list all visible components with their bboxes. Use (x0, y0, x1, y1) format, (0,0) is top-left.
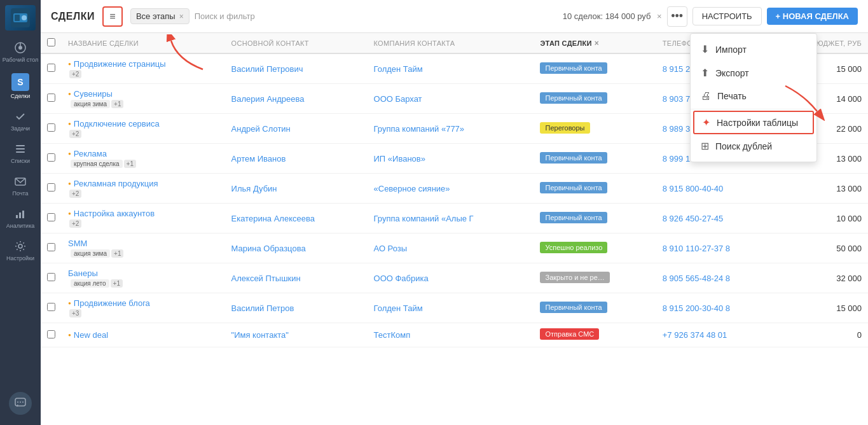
logo-image (5, 5, 36, 31)
phone-link[interactable]: 8 910 110-27-37 8 (663, 244, 730, 253)
deal-name-link[interactable]: ●Реклама (68, 149, 219, 158)
deal-tag-plus[interactable]: +2 (69, 130, 81, 138)
customize-button[interactable]: НАСТРОИТЬ (692, 7, 762, 25)
phone-link[interactable]: 8 905 565-48-24 8 (663, 274, 730, 283)
view-toggle-button[interactable]: ≡ (102, 6, 123, 27)
company-link[interactable]: ООО Фабрика (374, 274, 429, 283)
row-contact-cell: Валерия Андреева (225, 84, 368, 114)
deal-count-close[interactable]: × (657, 11, 662, 21)
dropdown-import[interactable]: ⬇ Импорт (691, 38, 816, 61)
deal-name-link[interactable]: ●Рекламная продукция (68, 179, 219, 188)
sidebar-item-analytics[interactable]: Аналитика (0, 202, 41, 234)
deal-tag-plus[interactable]: +2 (69, 70, 81, 78)
col-stage-remove[interactable]: × (595, 39, 599, 48)
sidebar-item-dashboard[interactable]: Рабочий стол (0, 36, 41, 68)
deal-dot: ● (68, 211, 71, 216)
sidebar-item-lists[interactable]: Списки (0, 137, 41, 169)
row-checkbox[interactable] (47, 183, 55, 192)
deal-dot: ● (68, 151, 71, 157)
sidebar-item-settings[interactable]: Настройки (0, 234, 41, 267)
phone-link[interactable]: +7 926 374 48 01 (663, 330, 727, 340)
row-checkbox[interactable] (47, 94, 55, 102)
deal-tag-plus[interactable]: +1 (111, 279, 123, 288)
row-checkbox[interactable] (47, 64, 55, 72)
contact-link[interactable]: Артем Иванов (231, 154, 286, 164)
deal-name-link[interactable]: ●Сувениры (68, 89, 219, 99)
company-link[interactable]: Группа компаний «777» (374, 124, 465, 134)
sidebar-item-mail[interactable]: Почта (0, 169, 41, 202)
row-checkbox[interactable] (47, 123, 55, 132)
row-checkbox-cell (41, 114, 62, 144)
row-phone-cell: 8 926 450-27-45 (656, 204, 775, 233)
company-link[interactable]: АО Розы (374, 244, 408, 253)
table-row: ●Продвижение блога+3Василий ПетровГолден… (41, 293, 868, 323)
dropdown-table-settings[interactable]: ✦ Настройки таблицы (693, 111, 814, 134)
row-checkbox[interactable] (47, 243, 55, 251)
more-button[interactable]: ••• (667, 6, 687, 27)
row-checkbox[interactable] (47, 153, 55, 162)
contact-link[interactable]: Василий Петров (231, 303, 294, 313)
contact-link[interactable]: "Имя контакта" (231, 330, 289, 340)
filter-tag-remove[interactable]: × (179, 12, 184, 21)
contact-link[interactable]: Илья Дубин (231, 184, 277, 193)
company-link[interactable]: ООО Бархат (374, 94, 422, 104)
phone-link[interactable]: 8 915 800-40-40 (663, 184, 723, 193)
row-checkbox[interactable] (47, 303, 55, 311)
row-company-cell: Голден Тайм (368, 53, 534, 84)
row-stage-cell: Первичный конта (534, 293, 656, 323)
deal-tag-plus[interactable]: +1 (111, 249, 123, 258)
phone-link[interactable]: 8 926 450-27-45 (663, 214, 723, 223)
lists-icon (13, 142, 27, 156)
row-checkbox-cell (41, 204, 62, 233)
company-link[interactable]: Группа компаний «Алые Г (374, 214, 474, 223)
deal-tag-plus[interactable]: +2 (69, 190, 81, 198)
deal-tag-plus[interactable]: +1 (111, 100, 123, 108)
dropdown-find-duplicates[interactable]: ⊞ Поиск дублей (691, 134, 816, 158)
company-link[interactable]: ТестКомп (374, 330, 411, 340)
deal-name-link[interactable]: ●Настройка аккаунтов (68, 209, 219, 218)
deal-name-text: Настройка аккаунтов (74, 209, 155, 218)
dropdown-export[interactable]: ⬆ Экспорт (691, 61, 816, 85)
select-all-header[interactable] (41, 33, 62, 53)
row-company-cell: Голден Тайм (368, 293, 534, 323)
row-name-cell: ●Продвижение страницы+2 (62, 53, 225, 84)
select-all-checkbox[interactable] (47, 38, 55, 46)
chat-button[interactable] (9, 392, 32, 415)
page-title: СДЕЛКИ (51, 11, 95, 22)
sidebar-item-deals[interactable]: S Сделки (0, 68, 41, 104)
deal-name-link[interactable]: ●Подключение сервиса (68, 119, 219, 129)
row-name-cell: ●Рекламакрупная сделка+1 (62, 144, 225, 174)
deal-name-link[interactable]: ●Продвижение блога (68, 298, 219, 308)
row-checkbox[interactable] (47, 330, 55, 338)
company-link[interactable]: Голден Тайм (374, 303, 423, 313)
filter-all-stages[interactable]: Все этапы × (130, 8, 189, 24)
company-link[interactable]: «Северное сияние» (374, 184, 450, 193)
deal-name-link[interactable]: ●New deal (68, 330, 219, 340)
search-filter-input[interactable]: Поиск и фильтр (195, 11, 255, 21)
contact-link[interactable]: Марина Образцова (231, 244, 306, 253)
sidebar-item-tasks[interactable]: Задачи (0, 104, 41, 137)
company-link[interactable]: Голден Тайм (374, 64, 423, 74)
deal-name-link[interactable]: SMM (68, 239, 219, 248)
deal-tag-plus[interactable]: +3 (69, 309, 81, 317)
new-deal-button[interactable]: + НОВАЯ СДЕЛКА (767, 8, 858, 25)
deal-name-text: Сувениры (74, 89, 113, 99)
contact-link[interactable]: Валерия Андреева (231, 94, 305, 104)
row-contact-cell: Алексей Птышкин (225, 263, 368, 293)
row-checkbox-cell (41, 53, 62, 84)
deal-tag-plus[interactable]: +2 (69, 219, 81, 228)
contact-link[interactable]: Василий Петрович (231, 64, 303, 74)
row-checkbox[interactable] (47, 213, 55, 221)
dashboard-icon (13, 41, 27, 55)
contact-link[interactable]: Алексей Птышкин (231, 274, 301, 283)
row-checkbox[interactable] (47, 273, 55, 281)
budget-value: 0 (857, 330, 862, 340)
deal-name-link[interactable]: ●Продвижение страницы (68, 59, 219, 69)
phone-link[interactable]: 8 915 200-30-40 8 (663, 303, 730, 313)
company-link[interactable]: ИП «Иванов» (374, 154, 425, 164)
deal-tag-plus[interactable]: +1 (124, 160, 136, 168)
dropdown-print[interactable]: 🖨 Печать (691, 85, 816, 108)
contact-link[interactable]: Андрей Слотин (231, 124, 291, 134)
deal-name-link[interactable]: Банеры (68, 268, 219, 278)
contact-link[interactable]: Екатерина Алексеева (231, 214, 315, 223)
